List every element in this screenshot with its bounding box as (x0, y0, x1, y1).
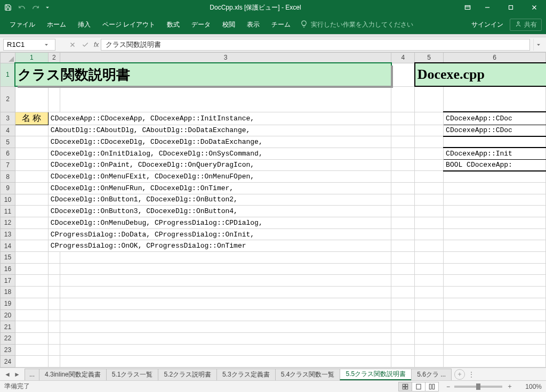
cell[interactable] (415, 240, 444, 252)
cell[interactable] (444, 171, 546, 183)
cell[interactable] (48, 321, 60, 333)
cell[interactable] (60, 344, 391, 356)
cell[interactable] (15, 148, 48, 159)
cell[interactable] (391, 125, 415, 136)
tab-home[interactable]: ホーム (42, 18, 71, 31)
qat-dropdown-icon[interactable] (44, 2, 51, 13)
cell[interactable] (391, 136, 415, 148)
view-page-break-icon[interactable] (425, 382, 439, 391)
sheet-nav-next-icon[interactable]: ► (13, 370, 21, 379)
cell[interactable] (60, 263, 391, 275)
cell[interactable] (415, 275, 444, 287)
tab-formulas[interactable]: 数式 (162, 18, 185, 31)
cell[interactable] (444, 275, 546, 287)
row-header-21[interactable]: 21 (1, 321, 15, 333)
tab-insert[interactable]: 挿入 (73, 18, 96, 31)
cell[interactable] (415, 159, 444, 171)
cell[interactable] (15, 298, 48, 309)
cell[interactable] (15, 321, 48, 333)
name-box-dropdown-icon[interactable] (41, 41, 52, 48)
cell[interactable] (415, 182, 444, 194)
cell[interactable] (415, 148, 444, 159)
tab-file[interactable]: ファイル (4, 18, 41, 31)
cell[interactable] (15, 252, 48, 264)
zoom-out-button[interactable]: − (446, 383, 450, 390)
row-header-23[interactable]: 23 (1, 344, 15, 356)
row-header-19[interactable]: 19 (1, 298, 15, 309)
cell-r4c2[interactable]: CAboutDlg::CAboutDlg, CAboutDlg::DoDataE… (48, 125, 391, 136)
cell-r6c2[interactable]: CDocexeDlg::OnInitDialog, CDocexeDlg::On… (48, 148, 391, 159)
row-header-12[interactable]: 12 (1, 217, 15, 229)
cell[interactable] (415, 125, 444, 136)
cell[interactable] (48, 309, 60, 321)
cell[interactable] (48, 356, 60, 368)
cell[interactable] (15, 125, 48, 136)
row-header-20[interactable]: 20 (1, 309, 15, 321)
cell[interactable] (15, 263, 48, 275)
cell[interactable] (415, 287, 444, 298)
cell-r13c2[interactable]: CProgressDialog::DoData, CProgressDialog… (48, 228, 391, 240)
cell[interactable] (48, 252, 60, 264)
row-header-10[interactable]: 10 (1, 194, 15, 206)
cell[interactable] (15, 136, 48, 148)
cell[interactable] (391, 356, 415, 368)
cell-r14c2[interactable]: CProgressDialog::OnOK, CProgressDialog::… (48, 240, 391, 252)
cell[interactable] (60, 309, 391, 321)
cell[interactable] (415, 344, 444, 356)
cell[interactable] (391, 148, 415, 159)
cell[interactable] (391, 332, 415, 344)
share-button[interactable]: 共有 (510, 19, 542, 31)
cell[interactable] (15, 194, 48, 206)
cell[interactable] (48, 344, 60, 356)
cell[interactable] (415, 309, 444, 321)
cell[interactable] (15, 217, 48, 229)
sheet-tab-3[interactable]: 5.2クラス説明書 (158, 369, 217, 380)
cell[interactable] (60, 356, 391, 368)
cell[interactable] (48, 298, 60, 309)
cell[interactable] (415, 206, 444, 217)
cell[interactable] (391, 182, 415, 194)
cell[interactable] (60, 332, 391, 344)
redo-icon[interactable] (30, 2, 42, 13)
sheet-tab-5[interactable]: 5.4クラス関数一覧 (275, 369, 341, 380)
zoom-level[interactable]: 100% (517, 383, 542, 390)
cell[interactable] (415, 217, 444, 229)
cell[interactable] (391, 228, 415, 240)
cell[interactable] (444, 252, 546, 264)
sheet-tab-1[interactable]: 4.3inline関数定義書 (39, 369, 107, 380)
cell[interactable] (415, 298, 444, 309)
sheet-tab-7[interactable]: 5.6クラ ... (411, 369, 452, 380)
row-header-13[interactable]: 13 (1, 228, 15, 240)
cell-r3c1-label[interactable]: 名 称 (15, 112, 48, 125)
cell[interactable] (415, 136, 444, 148)
zoom-slider[interactable] (454, 386, 502, 388)
enter-icon[interactable] (79, 39, 92, 51)
row-header-8[interactable]: 8 (1, 171, 15, 183)
sheet-tab-2[interactable]: 5.1クラス一覧 (106, 369, 159, 380)
sheet-menu-icon[interactable]: ⋮ (468, 371, 476, 378)
cell[interactable] (444, 321, 546, 333)
cell-r7c6[interactable]: BOOL CDocexeApp: (444, 159, 546, 171)
cancel-icon[interactable] (66, 39, 79, 51)
cell-r10c2[interactable]: CDocexeDlg::OnButton1, CDocexeDlg::OnBut… (48, 194, 391, 206)
cell-r3c6[interactable]: CDocexeApp::CDoc (444, 112, 546, 125)
tell-me[interactable]: 実行したい作業を入力してください (300, 20, 413, 29)
cell[interactable] (415, 263, 444, 275)
row-header-15[interactable]: 15 (1, 252, 15, 264)
cell-r5c2[interactable]: CDocexeDlg::CDocexeDlg, CDocexeDlg::DoDa… (48, 136, 391, 148)
ribbon-display-icon[interactable] (460, 0, 476, 15)
cell[interactable] (391, 86, 415, 112)
cell[interactable] (444, 194, 546, 206)
row-header-4[interactable]: 4 (1, 125, 15, 136)
spreadsheet-grid[interactable]: 1 2 3 4 5 6 1 クラス関数説明書 Docexe.cpp 2 3 名 … (0, 52, 546, 368)
cell[interactable] (391, 206, 415, 217)
cell-r12c2[interactable]: CDocexeDlg::OnMenuDebug, CProgressDialog… (48, 217, 391, 229)
cell[interactable] (444, 263, 546, 275)
cell[interactable] (48, 263, 60, 275)
cell[interactable] (444, 344, 546, 356)
row-header-3[interactable]: 3 (1, 112, 15, 125)
cell[interactable] (391, 287, 415, 298)
row-header-17[interactable]: 17 (1, 275, 15, 287)
row-header-11[interactable]: 11 (1, 206, 15, 217)
fx-icon[interactable]: fx (94, 41, 99, 48)
